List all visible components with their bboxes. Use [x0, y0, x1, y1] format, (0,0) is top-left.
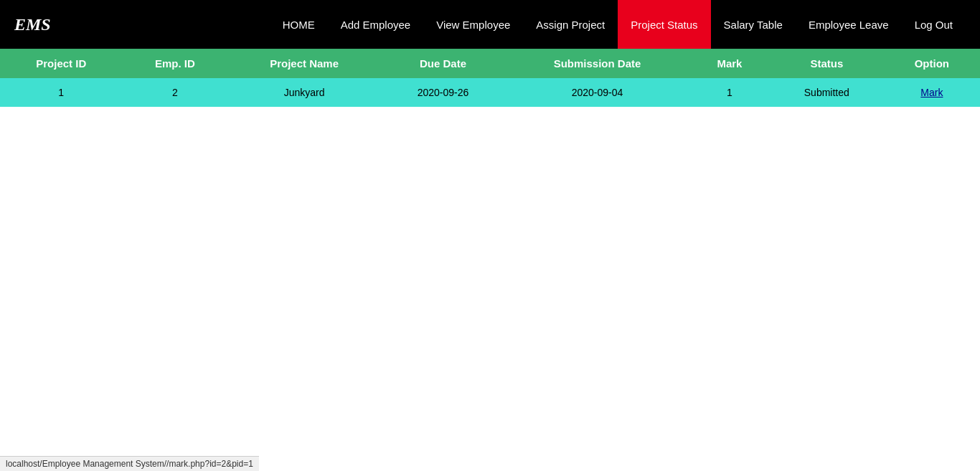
submission-date-cell: 2020-09-04 [505, 78, 689, 107]
table-container: Project IDEmp. IDProject NameDue DateSub… [0, 49, 980, 107]
brand-logo: EMS [14, 15, 51, 34]
col-header-project-name: Project Name [227, 49, 381, 78]
col-header-emp-id: Emp. ID [122, 49, 227, 78]
nav-link-employee-leave[interactable]: Employee Leave [796, 0, 902, 49]
status-bar: localhost/Employee Management System//ma… [0, 456, 259, 471]
col-header-due-date: Due Date [381, 49, 505, 78]
project-status-table: Project IDEmp. IDProject NameDue DateSub… [0, 49, 980, 107]
table-body: 12Junkyard2020-09-262020-09-041Submitted… [0, 78, 980, 107]
col-header-option: Option [884, 49, 980, 78]
project-id-cell: 1 [0, 78, 122, 107]
nav-link-add-employee[interactable]: Add Employee [328, 0, 424, 49]
navbar: EMS HOMEAdd EmployeeView EmployeeAssign … [0, 0, 980, 49]
status-cell: Submitted [770, 78, 884, 107]
table-header: Project IDEmp. IDProject NameDue DateSub… [0, 49, 980, 78]
status-url: localhost/Employee Management System//ma… [6, 459, 253, 469]
col-header-mark: Mark [689, 49, 770, 78]
nav-link-project-status[interactable]: Project Status [618, 0, 710, 49]
mark-link[interactable]: Mark [920, 87, 943, 98]
nav-link-view-employee[interactable]: View Employee [423, 0, 523, 49]
option-cell: Mark [884, 78, 980, 107]
header-row: Project IDEmp. IDProject NameDue DateSub… [0, 49, 980, 78]
nav-link-log-out[interactable]: Log Out [902, 0, 966, 49]
nav-link-assign-project[interactable]: Assign Project [523, 0, 618, 49]
nav-links: HOMEAdd EmployeeView EmployeeAssign Proj… [270, 0, 966, 49]
col-header-status: Status [770, 49, 884, 78]
col-header-project-id: Project ID [0, 49, 122, 78]
nav-link-home[interactable]: HOME [270, 0, 328, 49]
due-date-cell: 2020-09-26 [381, 78, 505, 107]
table-row: 12Junkyard2020-09-262020-09-041Submitted… [0, 78, 980, 107]
emp-id-cell: 2 [122, 78, 227, 107]
nav-link-salary-table[interactable]: Salary Table [711, 0, 796, 49]
col-header-submission-date: Submission Date [505, 49, 689, 78]
project-name-cell: Junkyard [227, 78, 381, 107]
mark-cell: 1 [689, 78, 770, 107]
